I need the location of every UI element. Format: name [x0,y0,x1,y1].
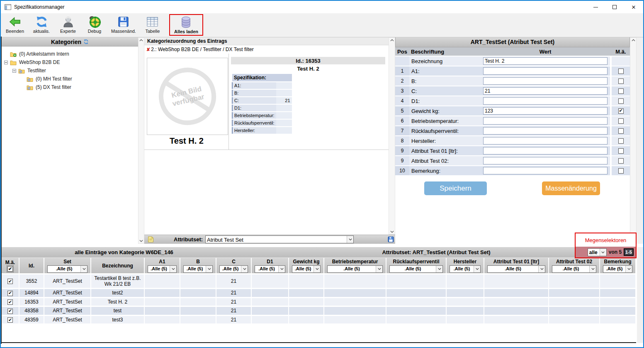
mass-edit-checkbox[interactable] [618,108,624,114]
row-checkbox[interactable] [7,309,13,314]
cell [145,274,180,289]
toolbar-button-tabelle[interactable]: Tabelle [143,15,163,34]
minimize-button[interactable] [586,1,605,13]
column-filter-select[interactable]: .Alle (5) [219,265,248,273]
mass-edit-checkbox[interactable] [618,69,624,74]
row-checkbox[interactable] [7,291,13,296]
attr-mass-cell [612,126,630,135]
cell [600,289,636,298]
mass-edit-checkbox[interactable] [618,148,624,154]
column-filter-select[interactable]: .Alle (5) [292,265,321,273]
attr-value-input[interactable] [483,117,608,125]
scroll-up-icon[interactable] [139,39,144,42]
close-button[interactable]: ✕ [624,1,643,13]
mass-change-button[interactable]: Massenänderung [542,181,600,195]
attr-value-input[interactable] [483,167,608,174]
column-filter-select-value: .Alle (5) [220,266,241,272]
tree-item[interactable]: (0) Artikelstamm Intern [2,50,138,58]
attr-mass-cell [612,136,630,145]
column-filter-select[interactable]: .Alle (5) [148,265,177,273]
attr-value-input[interactable] [483,67,608,75]
table-row[interactable]: 3552ART_TestSetTestartikel B test z.B. W… [2,274,636,289]
page-range-badge[interactable]: 1-5 [624,248,634,256]
mass-edit-checkbox[interactable] [618,168,624,174]
row-select-cell [2,298,19,307]
attr-label: C: [409,86,481,96]
page-size-select[interactable]: alle [588,248,607,256]
attr-pos [395,56,409,66]
mass-edit-checkbox[interactable] [618,88,624,94]
column-filter-select[interactable]: .Alle (5) [603,265,632,273]
mass-edit-checkbox[interactable] [618,118,624,124]
toolbar-button-experte[interactable]: Experte [58,15,78,34]
toolbar-button-massenaend[interactable]: Massenänd. [111,15,136,34]
attr-value-input[interactable] [483,87,608,95]
table-row[interactable]: 48358ART_TestSettest21 [2,307,636,316]
attr-value-input[interactable] [483,137,608,145]
column-header-label: Set [63,259,71,265]
scroll-down-icon[interactable] [139,240,144,242]
scroll-up-icon[interactable] [630,39,636,42]
maximize-button[interactable] [605,1,624,13]
save-icon[interactable] [388,236,394,243]
mass-edit-checkbox[interactable] [618,158,624,164]
attr-value-input[interactable] [483,157,608,164]
toolbar-button-alles-laden[interactable]: Alles laden [174,15,198,34]
assignment-scrollbar[interactable] [389,37,395,235]
tree-item[interactable]: Testfilter [2,66,138,75]
table-row[interactable]: 16353ART_TestSetTest H. 221 [2,298,636,307]
column-filter-select[interactable]: .Alle (5) [47,265,87,273]
column-filter-select[interactable]: .Alle (5) [487,265,545,273]
column-filter-select[interactable]: .Alle (5) [389,265,443,273]
column-filter-select[interactable]: .Alle (5) [327,265,383,273]
toolbar-button-debug[interactable]: Debug [85,15,104,34]
column-filter-select[interactable]: .Alle (5) [255,265,285,273]
refresh-icon [35,15,48,28]
mass-edit-checkbox[interactable] [618,128,624,134]
tree-expander-icon[interactable] [4,61,8,64]
column-filter-select[interactable]: .Alle (5) [552,265,596,273]
attr-value-input[interactable] [483,77,608,85]
row-checkbox[interactable] [7,299,13,305]
tree-item[interactable]: (5) DX Test filter [2,83,138,91]
mass-edit-checkbox[interactable] [618,138,624,144]
table-row[interactable]: 48359ART_TestSettest321 [2,316,636,325]
row-checkbox[interactable] [7,317,13,323]
refresh-small-icon[interactable] [83,39,89,44]
table-row[interactable]: 14894ART_TestSettest221 [2,289,636,298]
mass-edit-checkbox[interactable] [618,98,624,104]
attributset-select[interactable]: Atribut Test Set [205,235,354,243]
attr-value-input[interactable] [483,57,608,65]
attr-mass-cell [612,156,630,165]
tree-item[interactable]: WebShop B2B DE [2,58,138,66]
tree-item[interactable]: (0) MH Test filter [2,75,138,83]
attribute-panel-scrollbar[interactable] [630,37,637,244]
column-header-set: Set.Alle (5) [44,258,91,274]
column-header-b: B.Alle (5) [180,258,216,274]
scroll-up-icon[interactable] [389,39,395,42]
select-all-checkbox[interactable] [7,266,13,272]
toolbar-button-beenden[interactable]: Beenden [5,15,25,34]
attr-value-input[interactable] [483,97,608,105]
column-filter-select[interactable]: .Alle (5) [450,265,481,273]
spec-value [276,112,292,119]
cell [484,274,549,289]
save-button[interactable]: Speichern [424,181,487,195]
column-filter-select[interactable]: .Alle (5) [183,265,213,273]
scroll-down-icon[interactable] [389,230,395,233]
app-window: Spezifikationsmanager ✕ Beenden aktualis… [0,0,644,348]
attr-value-input[interactable] [483,107,608,115]
toolbar-button-aktualis[interactable]: aktualis. [32,15,51,34]
remove-category-icon[interactable]: ✘ [146,47,150,52]
attr-value-input[interactable] [483,147,608,154]
attr-value-input[interactable] [483,127,608,135]
toolbar-label: Tabelle [146,29,160,34]
sidebar-scrollbar[interactable] [138,37,144,244]
note-icon[interactable] [148,236,154,243]
column-header-label: Id. [29,263,34,269]
tree-expander-icon[interactable] [12,69,16,73]
attr-label: Betriebstemperatur: [409,116,481,125]
attr-pos: 8 [395,136,409,145]
mass-edit-checkbox[interactable] [618,78,624,84]
row-checkbox[interactable] [7,279,13,284]
